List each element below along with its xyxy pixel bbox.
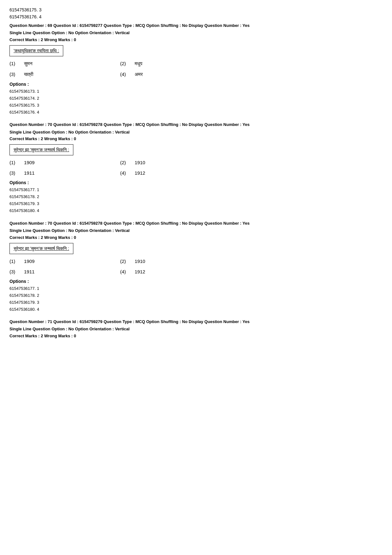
question-70b-section: Question Number : 70 Question Id : 61547… bbox=[9, 220, 383, 313]
q69-option-2: (2) मधुप bbox=[120, 59, 231, 68]
q70a-options-grid: (1) 1909 (2) 1910 (3) 1911 (4) 1912 bbox=[9, 159, 231, 177]
q70a-options-label: Options : bbox=[9, 180, 383, 185]
q69-option-3: (3) यात्री bbox=[9, 70, 120, 78]
q70b-meta2: Single Line Question Option : No Option … bbox=[9, 228, 383, 234]
q69-meta1: Question Number : 69 Question Id : 61547… bbox=[9, 22, 383, 29]
q70b-oid-1: 61547536177. 1 bbox=[9, 285, 383, 292]
q70a-meta1: Question Number : 70 Question Id : 61547… bbox=[9, 122, 383, 128]
q70b-option-2-text: 1910 bbox=[135, 259, 145, 264]
q69-options-label: Options : bbox=[9, 82, 383, 87]
q70b-option-1-text: 1909 bbox=[24, 259, 34, 264]
question-69-section: Question Number : 69 Question Id : 61547… bbox=[9, 22, 383, 116]
q70b-option-4: (4) 1912 bbox=[120, 268, 231, 276]
q69-option-2-text: मधुप bbox=[135, 61, 142, 66]
q70b-options-grid: (1) 1909 (2) 1910 (3) 1911 (4) 1912 bbox=[9, 257, 231, 276]
q71-marks: Correct Marks : 2 Wrong Marks : 0 bbox=[9, 334, 383, 338]
q70a-oid-2: 61547536178. 2 bbox=[9, 193, 383, 200]
q70b-oid-3: 61547536179. 3 bbox=[9, 299, 383, 306]
q70b-options-label: Options : bbox=[9, 279, 383, 284]
q70a-option-4: (4) 1912 bbox=[120, 169, 231, 177]
q69-oid-3: 61547536175. 3 bbox=[9, 102, 383, 109]
q71-meta1: Question Number : 71 Question Id : 61547… bbox=[9, 319, 383, 325]
q70b-question-text: सुरेन्द्र झा 'सुमन'क जन्मवर्ष थिकनि : bbox=[9, 243, 73, 254]
q69-option-1-text: सुमन bbox=[24, 61, 33, 66]
q70b-option-2: (2) 1910 bbox=[120, 257, 231, 265]
q70b-option-4-num: (4) bbox=[120, 269, 130, 274]
q69-oid-4: 61547536176. 4 bbox=[9, 109, 383, 116]
q69-option-1: (1) सुमन bbox=[9, 59, 120, 68]
q69-option-3-num: (3) bbox=[9, 72, 19, 77]
q70a-option-2-text: 1910 bbox=[135, 160, 145, 165]
q70a-option-4-text: 1912 bbox=[135, 170, 145, 176]
q70b-marks: Correct Marks : 2 Wrong Marks : 0 bbox=[9, 235, 383, 240]
q70b-option-ids: 61547536177. 1 61547536178. 2 6154753617… bbox=[9, 285, 383, 313]
q70a-option-4-num: (4) bbox=[120, 170, 130, 176]
question-71-section: Question Number : 71 Question Id : 61547… bbox=[9, 319, 383, 338]
q70a-option-3: (3) 1911 bbox=[9, 169, 120, 177]
top-number-1: 61547536175. 3 bbox=[9, 6, 383, 13]
q70b-meta1: Question Number : 70 Question Id : 61547… bbox=[9, 220, 383, 227]
q70b-option-2-num: (2) bbox=[120, 259, 130, 264]
q70a-meta2: Single Line Question Option : No Option … bbox=[9, 129, 383, 135]
q70a-oid-3: 61547536179. 3 bbox=[9, 200, 383, 207]
q70b-option-3-text: 1911 bbox=[24, 269, 34, 274]
question-70a-section: Question Number : 70 Question Id : 61547… bbox=[9, 122, 383, 214]
q70a-oid-4: 61547536180. 4 bbox=[9, 207, 383, 214]
q69-option-4-text: अमर bbox=[135, 72, 143, 77]
q69-oid-2: 61547536174. 2 bbox=[9, 95, 383, 102]
q70a-question-text: सुरेन्द्र झा 'सुमन'क जन्मवर्ष थिकनि : bbox=[9, 144, 73, 155]
q70a-marks: Correct Marks : 2 Wrong Marks : 0 bbox=[9, 136, 383, 141]
q69-options-grid: (1) सुमन (2) मधुप (3) यात्री (4) अमर bbox=[9, 59, 231, 78]
q70b-option-1: (1) 1909 bbox=[9, 257, 120, 265]
q71-meta2: Single Line Question Option : No Option … bbox=[9, 326, 383, 332]
q70b-option-3-num: (3) bbox=[9, 269, 19, 274]
q69-meta2: Single Line Question Option : No Option … bbox=[9, 30, 383, 36]
q70a-option-ids: 61547536177. 1 61547536178. 2 6154753617… bbox=[9, 186, 383, 214]
q70a-option-3-num: (3) bbox=[9, 170, 19, 176]
top-numbers-block: 61547536175. 3 61547536176. 4 bbox=[9, 6, 383, 21]
q70b-oid-2: 61547536178. 2 bbox=[9, 292, 383, 299]
q69-option-4: (4) अमर bbox=[120, 70, 231, 78]
q70a-oid-1: 61547536177. 1 bbox=[9, 186, 383, 193]
q70a-option-1-num: (1) bbox=[9, 160, 19, 165]
q70b-oid-4: 61547536180. 4 bbox=[9, 306, 383, 313]
q69-option-1-num: (1) bbox=[9, 61, 19, 66]
q70a-option-1: (1) 1909 bbox=[9, 159, 120, 166]
q70b-option-1-num: (1) bbox=[9, 259, 19, 264]
q70a-option-2: (2) 1910 bbox=[120, 159, 231, 166]
top-number-2: 61547536176. 4 bbox=[9, 13, 383, 20]
q70a-option-3-text: 1911 bbox=[24, 170, 34, 176]
q70a-option-2-num: (2) bbox=[120, 160, 130, 165]
q69-question-text: 'कथायुथिका'क रचयिता छथि : bbox=[9, 45, 63, 56]
q69-option-2-num: (2) bbox=[120, 61, 130, 66]
q69-oid-1: 61547536173. 1 bbox=[9, 88, 383, 95]
q70b-option-3: (3) 1911 bbox=[9, 268, 120, 276]
q69-option-3-text: यात्री bbox=[24, 72, 33, 77]
q70b-option-4-text: 1912 bbox=[135, 269, 145, 274]
q69-marks: Correct Marks : 2 Wrong Marks : 0 bbox=[9, 37, 383, 42]
q69-option-4-num: (4) bbox=[120, 72, 130, 77]
q70a-option-1-text: 1909 bbox=[24, 160, 34, 165]
q69-option-ids: 61547536173. 1 61547536174. 2 6154753617… bbox=[9, 88, 383, 116]
